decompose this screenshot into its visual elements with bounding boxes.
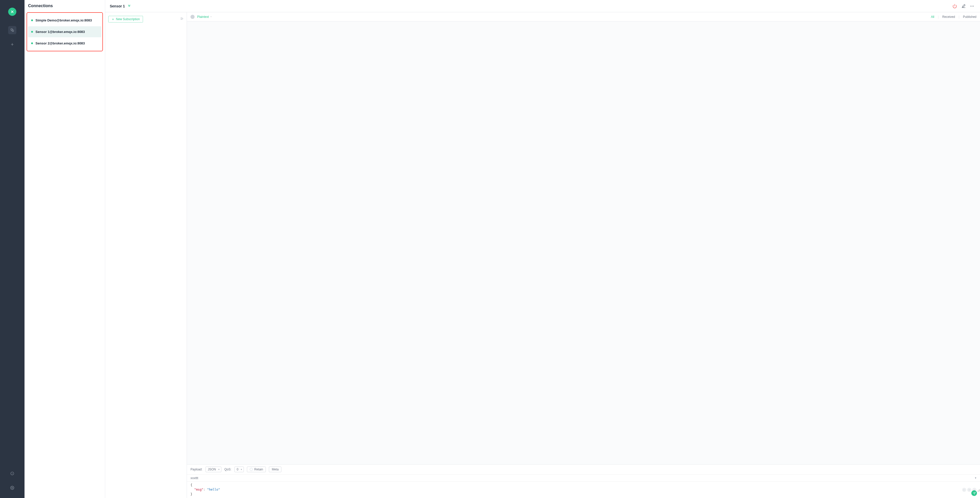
connection-label: Sensor 2@broker.emqx.io:8083 xyxy=(35,41,85,45)
connection-title: Sensor 1 xyxy=(110,4,125,8)
chevron-down-icon: ▾ xyxy=(218,468,220,471)
nav-rail xyxy=(0,0,24,498)
topic-history-icon[interactable]: ▾ xyxy=(975,476,977,480)
radio-icon xyxy=(250,468,253,471)
collapse-subscriptions-icon[interactable] xyxy=(180,17,184,21)
connection-item[interactable]: Sensor 2@broker.emqx.io:8083 xyxy=(28,38,101,49)
svg-point-6 xyxy=(973,6,974,6)
svg-point-5 xyxy=(972,6,973,6)
main-area: Sensor 1 New Subscription xyxy=(105,0,980,498)
connections-list-highlight: Simple Demo@broker.emqx.io:8083 Sensor 1… xyxy=(27,12,103,51)
new-subscription-button[interactable]: New Subscription xyxy=(108,16,143,22)
main-header: Sensor 1 xyxy=(105,0,980,12)
meta-button[interactable]: Meta xyxy=(269,466,282,472)
history-mid-icon[interactable]: − xyxy=(967,488,971,492)
publish-footer: Payload: JSON ▾ QoS: 0 ▾ Retain xyxy=(187,464,980,498)
subscriptions-column: New Subscription xyxy=(105,12,187,498)
filter-published[interactable]: Published xyxy=(963,15,977,19)
messages-toolbar: Plaintext All | Received | Published xyxy=(187,12,980,21)
status-dot-icon xyxy=(31,19,33,21)
edit-button[interactable] xyxy=(960,3,967,10)
connections-panel: Connections Simple Demo@broker.emqx.io:8… xyxy=(24,0,105,498)
connection-label: Simple Demo@broker.emqx.io:8083 xyxy=(35,18,92,22)
topic-input[interactable] xyxy=(187,474,980,481)
history-prev-icon[interactable]: ← xyxy=(962,488,966,492)
resize-handle-icon[interactable] xyxy=(977,489,980,492)
payload-editor[interactable]: { "msg": "hello" } xyxy=(191,483,977,496)
connection-item[interactable]: Simple Demo@broker.emqx.io:8083 xyxy=(28,15,101,26)
connections-title: Connections xyxy=(24,3,105,12)
payload-format-value: Plaintext xyxy=(197,15,209,19)
filter-all[interactable]: All xyxy=(931,15,934,19)
disconnect-button[interactable] xyxy=(951,3,958,10)
svg-point-3 xyxy=(12,487,13,488)
payload-type-select[interactable]: JSON ▾ xyxy=(205,466,221,472)
status-dot-icon xyxy=(31,31,33,33)
retain-label: Retain xyxy=(254,468,263,471)
meta-label: Meta xyxy=(272,468,278,471)
payload-editor-row: { "msg": "hello" } ← − → xyxy=(187,481,980,498)
qos-select[interactable]: 0 ▾ xyxy=(234,466,244,472)
retain-toggle[interactable]: Retain xyxy=(247,466,266,472)
connection-label: Sensor 1@broker.emqx.io:8083 xyxy=(35,30,85,34)
format-badge-icon xyxy=(191,15,194,19)
nav-info[interactable] xyxy=(8,469,16,477)
publish-controls: Payload: JSON ▾ QoS: 0 ▾ Retain xyxy=(187,465,980,474)
send-button[interactable] xyxy=(971,490,977,496)
new-subscription-label: New Subscription xyxy=(116,18,140,21)
chevron-down-icon: ▾ xyxy=(241,468,242,471)
nav-add[interactable] xyxy=(8,40,16,49)
expand-icon[interactable] xyxy=(127,4,131,8)
payload-label: Payload: xyxy=(191,468,202,471)
message-filter-tabs: All | Received | Published xyxy=(931,15,977,19)
nav-settings[interactable] xyxy=(8,484,16,492)
messages-body xyxy=(187,21,980,464)
qos-value: 0 xyxy=(237,468,239,471)
filter-received[interactable]: Received xyxy=(942,15,955,19)
qos-label: QoS: xyxy=(224,468,231,471)
app-logo xyxy=(8,8,16,16)
messages-column: Plaintext All | Received | Published Pay… xyxy=(187,12,980,498)
connection-item[interactable]: Sensor 1@broker.emqx.io:8083 xyxy=(28,26,101,37)
more-button[interactable] xyxy=(969,3,975,10)
status-dot-icon xyxy=(31,42,33,44)
nav-connections[interactable] xyxy=(8,26,16,34)
payload-format-select[interactable]: Plaintext xyxy=(197,15,212,19)
payload-type-value: JSON xyxy=(208,468,216,471)
svg-point-4 xyxy=(970,6,971,6)
